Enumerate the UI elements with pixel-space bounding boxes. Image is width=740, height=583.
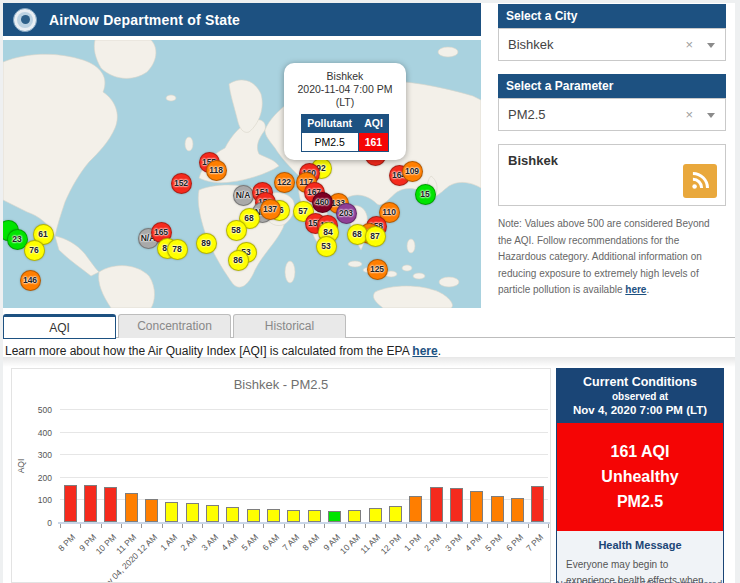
map-popup: Bishkek 2020-11-04 7:00 PM (LT) Pollutan… [284,63,406,160]
chart-title: Bishkek - PM2.5 [12,377,550,392]
chart-x-tick [182,524,183,528]
chart-bar [430,487,443,522]
app-title: AirNow Department of State [49,12,240,28]
learn-more-link[interactable]: here [412,344,437,358]
map-marker[interactable]: 146 [20,270,41,291]
conditions-title: Current Conditions [561,375,719,389]
rss-icon[interactable] [683,164,717,198]
chart-x-tick [426,524,427,528]
parameter-select[interactable]: PM2.5 × [498,98,726,131]
world-map[interactable]: 236176146N/A1658378152155118N/A122151152… [3,40,481,308]
chart-bar [470,491,483,522]
chart-bar [145,499,158,522]
parameter-caret-icon[interactable] [707,113,715,118]
city-clear-icon[interactable]: × [685,37,693,52]
city-select[interactable]: Bishkek × [498,28,726,61]
map-marker[interactable]: 203 [336,203,357,224]
map-marker[interactable]: 86 [228,250,249,271]
chart-bar [308,510,321,522]
chart-x-tick [202,524,203,528]
chart-x-tick [243,524,244,528]
chart-y-axis-label: AQI [16,459,26,474]
chart-bar [165,502,178,522]
conditions-aqi-value: 161 AQI [561,440,719,465]
chart-x-tick [101,524,102,528]
map-marker[interactable]: 15 [415,184,436,205]
chart-y-tick: 400 [12,428,52,438]
map-marker[interactable]: N/A [233,185,254,206]
chart-bar [389,506,402,522]
chart-x-tick [467,524,468,528]
learn-more-period: . [438,344,441,358]
chart-y-tick: 300 [12,450,52,460]
conditions-pollutant: PM2.5 [561,490,719,515]
map-marker[interactable]: 118 [206,160,227,181]
learn-more-text: Learn more about how the Air Quality Ind… [5,344,412,358]
parameter-select-header: Select a Parameter [498,74,726,98]
chart-x-tick [162,524,163,528]
chart-y-tick: 0 [12,518,52,528]
chart-bar [267,509,280,522]
chart-bar [226,507,239,522]
map-marker[interactable]: 87 [365,226,386,247]
chart-x-tick [345,524,346,528]
chart-x-tick [284,524,285,528]
sidebar-note-period: . [646,284,649,295]
chart-bar [186,503,199,522]
sidebar-note: Note: Values above 500 are considered Be… [498,216,726,299]
conditions-observed-label: observed at [561,391,719,402]
popup-table: Pollutant AQI PM2.5 161 [301,114,390,152]
popup-aqi-header: AQI [358,114,389,133]
sidebar-note-link[interactable]: here [625,284,646,295]
map-marker[interactable]: 76 [24,240,45,261]
tab-aqi[interactable]: AQI [3,314,116,339]
sidebar-note-text: Note: Values above 500 are considered Be… [498,218,710,295]
map-marker[interactable]: 109 [402,161,423,182]
chart-bar [328,511,341,522]
popup-pollutant-header: Pollutant [301,114,358,133]
conditions-header: Current Conditions observed at Nov 4, 20… [557,369,723,423]
chart-x-tick [528,524,529,528]
map-marker[interactable]: 122 [274,172,295,193]
learn-more-line: Learn more about how the Air Quality Ind… [5,344,441,358]
map-marker[interactable]: 137 [260,199,281,220]
chart-x-tick [446,524,447,528]
footer-note: Note: Values above 500 are considered Be… [556,577,726,583]
chart-bar [531,486,544,522]
city-select-header: Select a City [498,4,726,28]
map-marker[interactable]: 89 [196,233,217,254]
app-header: AirNow Department of State [3,3,481,36]
chart-x-tick [365,524,366,528]
aqi-chart-panel: Bishkek - PM2.5 AQI 01002003004005008 PM… [11,368,551,583]
chart-x-tick [121,524,122,528]
chart-gridline [60,432,548,433]
chart-x-tick [385,524,386,528]
tab-historical[interactable]: Historical [233,314,346,338]
chart-y-tick: 200 [12,473,52,483]
conditions-aqi-block: 161 AQI Unhealthy PM2.5 [557,423,723,531]
chart-x-tick [141,524,142,528]
chart-x-tick [487,524,488,528]
health-message-title: Health Message [566,539,714,551]
map-marker[interactable]: 53 [316,236,337,257]
chart-bar [369,508,382,522]
popup-aqi-value: 161 [358,133,389,152]
chart-x-tick [223,524,224,528]
chart-bar [247,509,260,522]
city-caret-icon[interactable] [707,43,715,48]
dos-seal-icon [13,8,37,32]
map-marker[interactable]: 152 [171,173,192,194]
chart-bar [491,496,504,522]
map-marker[interactable]: 460 [312,192,333,213]
conditions-datetime: Nov 4, 2020 7:00 PM (LT) [561,404,719,416]
conditions-category: Unhealthy [561,465,719,490]
map-marker[interactable]: 125 [367,259,388,280]
popup-datetime: 2020-11-04 7:00 PM [290,83,400,96]
tab-concentration[interactable]: Concentration [118,314,231,338]
chart-bar [511,498,524,522]
parameter-clear-icon[interactable]: × [685,107,693,122]
page: AirNow Department of State [3,3,735,583]
map-marker[interactable]: 78 [167,239,188,260]
popup-timezone: (LT) [290,96,400,109]
map-marker[interactable]: 58 [226,220,247,241]
